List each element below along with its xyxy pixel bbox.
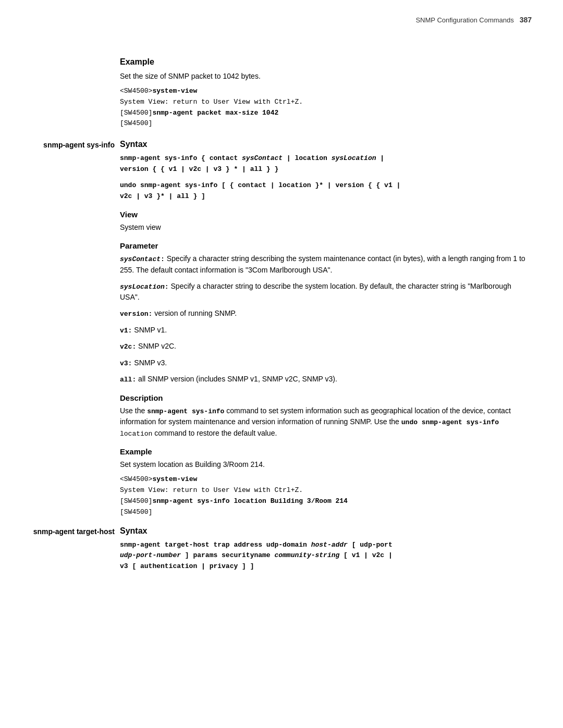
view-text: System view <box>120 222 532 233</box>
sys-info-section-wrapper: snmp-agent sys-info Syntax snmp-agent sy… <box>120 140 532 517</box>
target-host-syntax-section: Syntax snmp-agent target-host trap addre… <box>120 526 532 572</box>
syntax-code-1: snmp-agent sys-info { contact sysContact… <box>120 153 532 175</box>
code-sysview-return-2: System View: return to User View with Ct… <box>120 486 303 494</box>
example-1-title: Example <box>120 57 532 67</box>
code-sw4500-2: <SW4500> <box>120 475 152 483</box>
example-1-intro: Set the size of SNMP packet to 1042 byte… <box>120 71 532 82</box>
example-2-title: Example <box>120 447 532 456</box>
code-snmp-packet: snmp-agent packet max-size 1042 <box>152 109 278 117</box>
code-systemview-2: system-view <box>152 475 197 483</box>
page: SNMP Configuration Commands 387 Example … <box>0 0 563 728</box>
syntax-section: Syntax snmp-agent sys-info { contact sys… <box>120 140 532 202</box>
example-1-code: <SW4500>system-view System View: return … <box>120 86 532 129</box>
parameter-title: Parameter <box>120 241 532 250</box>
parameter-section: Parameter sysContact: Specify a characte… <box>120 241 532 385</box>
param-syslocation: sysLocation: Specify a character string … <box>120 281 532 303</box>
target-host-syntax-title: Syntax <box>120 526 532 536</box>
code-sw4500-bracket-1: [SW4500] <box>120 109 152 117</box>
description-title: Description <box>120 393 532 402</box>
code-sw4500-end-2: [SW4500] <box>120 508 152 516</box>
target-host-syntax-code: snmp-agent target-host trap address udp-… <box>120 540 532 572</box>
param-v3: v3: SNMP v3. <box>120 357 532 369</box>
example-2-intro: Set system location as Building 3/Room 2… <box>120 459 532 470</box>
code-sysview-return: System View: return to User View with Ct… <box>120 98 303 106</box>
syntax-code-2: undo snmp-agent sys-info [ { contact | l… <box>120 180 532 202</box>
param-syscontact: sysContact: Specify a character string d… <box>120 253 532 276</box>
page-number: 387 <box>520 16 532 24</box>
example-section-1: Example Set the size of SNMP packet to 1… <box>120 57 532 129</box>
code-sw4500-1: <SW4500> <box>120 87 152 95</box>
code-sw4500-end-1: [SW4500] <box>120 119 152 127</box>
page-header: SNMP Configuration Commands 387 <box>415 16 532 24</box>
syntax-title: Syntax <box>120 140 532 149</box>
view-section: View System view <box>120 210 532 233</box>
param-v1: v1: SNMP v1. <box>120 325 532 336</box>
code-systemview-1: system-view <box>152 87 197 95</box>
param-version: version: version of running SNMP. <box>120 308 532 319</box>
view-title: View <box>120 210 532 219</box>
description-text: Use the snmp-agent sys-info command to s… <box>120 405 532 439</box>
param-all: all: all SNMP version (includes SNMP v1,… <box>120 374 532 385</box>
code-sw4500-bracket-2: [SW4500] <box>120 497 152 505</box>
example-2-code: <SW4500>system-view System View: return … <box>120 474 532 517</box>
sidebar-label-target-host: snmp-agent target-host <box>29 527 115 536</box>
target-host-section-wrapper: snmp-agent target-host Syntax snmp-agent… <box>120 526 532 572</box>
description-section: Description Use the snmp-agent sys-info … <box>120 393 532 439</box>
header-title: SNMP Configuration Commands <box>415 16 513 24</box>
main-content: Example Set the size of SNMP packet to 1… <box>120 57 532 572</box>
param-v2c: v2c: SNMP v2C. <box>120 341 532 352</box>
sidebar-label-sys-info: snmp-agent sys-info <box>29 141 115 149</box>
code-snmp-location: snmp-agent sys-info location Building 3/… <box>152 497 347 505</box>
example-section-2: Example Set system location as Building … <box>120 447 532 517</box>
